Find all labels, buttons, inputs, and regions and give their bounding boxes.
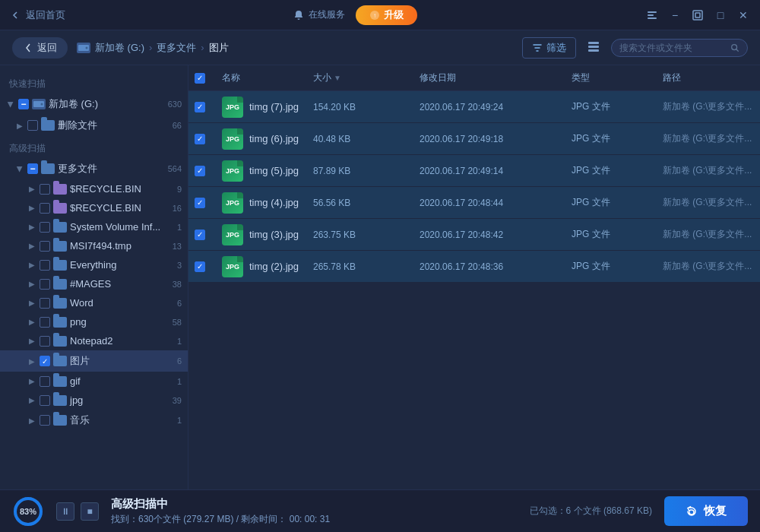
- filter-button[interactable]: 筛选: [522, 37, 576, 59]
- breadcrumb-folder1[interactable]: 更多文件: [157, 41, 196, 55]
- sidebar-item-label: 音乐: [70, 413, 90, 427]
- item-checkbox[interactable]: [18, 99, 29, 109]
- item-checkbox[interactable]: [40, 241, 50, 252]
- sidebar-item-gif[interactable]: ▶gif1: [0, 372, 188, 391]
- sidebar-item-msi7f494[interactable]: ▶MSI7f494.tmp13: [0, 236, 188, 255]
- sidebar-item-xinjiajuan[interactable]: ▶新加卷 (G:)630: [0, 93, 188, 115]
- col-path[interactable]: 路径: [663, 71, 754, 84]
- sidebar-icon[interactable]: [644, 8, 660, 23]
- item-checkbox[interactable]: [40, 317, 50, 328]
- row-checkbox-cell[interactable]: [195, 230, 222, 240]
- sidebar-item-recycle2[interactable]: ▶$RECYCLE.BIN16: [0, 198, 188, 217]
- search-box[interactable]: [611, 39, 748, 57]
- item-checkbox[interactable]: [40, 203, 50, 214]
- sidebar-item-word[interactable]: ▶Word6: [0, 293, 188, 312]
- col-name[interactable]: 名称: [222, 71, 313, 84]
- sidebar-item-more-files[interactable]: ▶更多文件564: [0, 158, 188, 179]
- scan-controls: ⏸ ■: [56, 502, 99, 521]
- table-row[interactable]: JPGtimg (3).jpg263.75 KB2020.06.17 20:48…: [188, 219, 760, 251]
- advanced-scan-label: 高级扫描: [0, 136, 188, 158]
- row-checkbox[interactable]: [195, 198, 205, 208]
- sidebar-item-jpg[interactable]: ▶jpg39: [0, 391, 188, 410]
- back-home-btn[interactable]: 返回首页: [9, 8, 65, 22]
- online-service[interactable]: 在线服务: [293, 8, 345, 21]
- folder-icon: [53, 279, 67, 290]
- item-checkbox[interactable]: [40, 279, 50, 290]
- nav-right: 筛选: [522, 36, 748, 59]
- sidebar-item-count: 39: [173, 396, 182, 405]
- sidebar-item-mages[interactable]: ▶#MAGES38: [0, 274, 188, 293]
- col-size[interactable]: 大小 ▼: [313, 71, 420, 84]
- sidebar-item-everything[interactable]: ▶Everything3: [0, 255, 188, 274]
- item-checkbox[interactable]: [40, 376, 50, 387]
- col-type[interactable]: 类型: [572, 71, 663, 84]
- col-date[interactable]: 修改日期: [420, 71, 572, 84]
- file-type: JPG 文件: [572, 196, 663, 209]
- stop-button[interactable]: ■: [81, 502, 99, 521]
- item-checkbox[interactable]: [40, 336, 50, 347]
- row-checkbox[interactable]: [195, 230, 205, 240]
- item-checkbox[interactable]: [40, 356, 50, 366]
- item-checkbox[interactable]: [40, 184, 50, 195]
- svg-rect-2: [648, 11, 657, 13]
- item-checkbox[interactable]: [40, 222, 50, 233]
- row-checkbox-cell[interactable]: [195, 198, 222, 208]
- selection-info: 已勾选：6 个文件 (868.67 KB): [530, 505, 652, 518]
- expand-arrow-icon: ▶: [27, 223, 36, 231]
- row-checkbox-cell[interactable]: [195, 134, 222, 144]
- svg-point-14: [41, 103, 43, 106]
- breadcrumb-folder2[interactable]: 图片: [209, 41, 229, 55]
- file-size: 263.75 KB: [313, 230, 420, 240]
- row-checkbox[interactable]: [195, 261, 205, 272]
- table-row[interactable]: JPGtimg (4).jpg56.56 KB2020.06.17 20:48:…: [188, 187, 760, 219]
- pause-button[interactable]: ⏸: [56, 502, 74, 521]
- folder-icon: [53, 317, 67, 328]
- minimize-button[interactable]: −: [667, 8, 682, 23]
- sidebar-item-label: png: [70, 316, 87, 328]
- recover-button[interactable]: 恢复: [664, 496, 748, 526]
- file-name: timg (4).jpg: [249, 197, 299, 208]
- file-list: 名称 大小 ▼ 修改日期 类型 路径 JPGtimg (7).jpg154.20…: [188, 65, 760, 489]
- back-button[interactable]: 返回: [12, 37, 68, 59]
- row-checkbox[interactable]: [195, 102, 205, 112]
- pin-button[interactable]: [690, 8, 705, 23]
- file-name-cell: JPGtimg (4).jpg: [222, 192, 313, 214]
- svg-rect-11: [588, 49, 599, 52]
- online-service-label: 在线服务: [309, 8, 345, 21]
- filter-label: 筛选: [546, 41, 566, 55]
- item-checkbox[interactable]: [27, 163, 38, 174]
- table-row[interactable]: JPGtimg (6).jpg40.48 KB2020.06.17 20:49:…: [188, 123, 760, 155]
- table-row[interactable]: JPGtimg (7).jpg154.20 KB2020.06.17 20:49…: [188, 91, 760, 123]
- item-checkbox[interactable]: [40, 415, 50, 426]
- select-all-checkbox[interactable]: [195, 73, 205, 84]
- breadcrumb-disk[interactable]: 新加卷 (G:): [95, 41, 144, 55]
- table-header: 名称 大小 ▼ 修改日期 类型 路径: [188, 65, 760, 91]
- row-checkbox-cell[interactable]: [195, 261, 222, 272]
- row-checkbox-cell[interactable]: [195, 102, 222, 112]
- table-row[interactable]: JPGtimg (5).jpg87.89 KB2020.06.17 20:49:…: [188, 155, 760, 187]
- item-checkbox[interactable]: [27, 120, 38, 131]
- sidebar-item-system-volume[interactable]: ▶System Volume Inf...1: [0, 217, 188, 236]
- row-checkbox-cell[interactable]: [195, 166, 222, 176]
- sidebar: 快速扫描▶新加卷 (G:)630▶删除文件66高级扫描▶更多文件564▶$REC…: [0, 65, 188, 489]
- item-checkbox[interactable]: [40, 395, 50, 406]
- close-button[interactable]: ✕: [736, 8, 751, 23]
- sidebar-item-music[interactable]: ▶音乐1: [0, 410, 188, 431]
- item-checkbox[interactable]: [40, 260, 50, 271]
- row-checkbox[interactable]: [195, 166, 205, 176]
- sidebar-item-png[interactable]: ▶png58: [0, 312, 188, 331]
- folder-icon: [53, 395, 67, 406]
- jpg-file-icon: JPG: [222, 256, 243, 277]
- row-checkbox[interactable]: [195, 134, 205, 144]
- sidebar-item-notepad2[interactable]: ▶Notepad21: [0, 331, 188, 350]
- upgrade-button[interactable]: ↑ 升级: [356, 5, 417, 25]
- sidebar-item-recycle1[interactable]: ▶$RECYCLE.BIN9: [0, 179, 188, 198]
- table-row[interactable]: JPGtimg (2).jpg265.78 KB2020.06.17 20:48…: [188, 251, 760, 283]
- item-checkbox[interactable]: [40, 298, 50, 309]
- sidebar-item-pictures[interactable]: ▶图片6: [0, 350, 188, 372]
- list-view-button[interactable]: [584, 36, 603, 59]
- maximize-button[interactable]: □: [713, 8, 728, 23]
- sidebar-item-delete-files[interactable]: ▶删除文件66: [0, 115, 188, 136]
- search-input[interactable]: [619, 43, 726, 53]
- header-checkbox[interactable]: [195, 73, 222, 84]
